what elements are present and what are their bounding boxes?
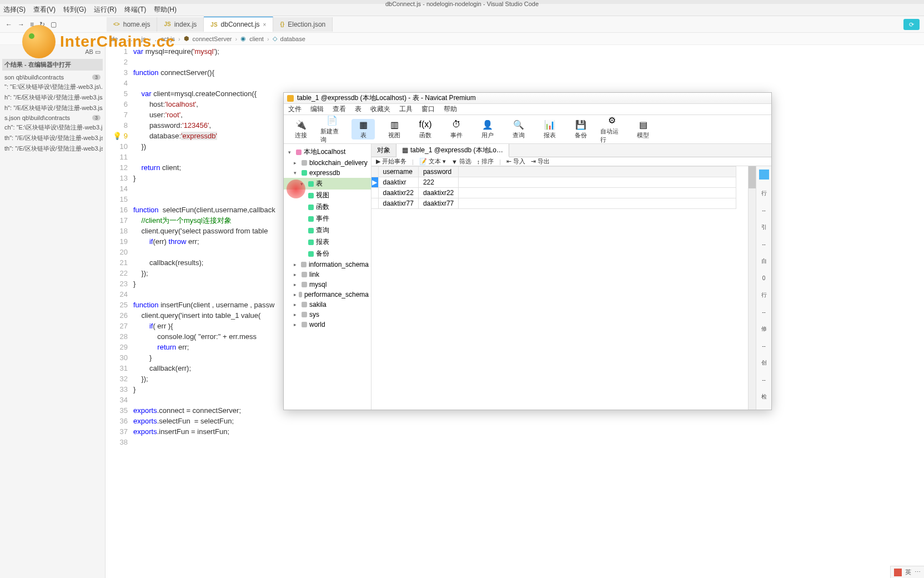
search-result-row[interactable]: h": "/E/区块链毕设/登陆注册-web3.js/… xyxy=(2,92,103,103)
nav-menu-item[interactable]: 表 xyxy=(355,104,361,114)
toolbar-备份[interactable]: 💾备份 xyxy=(569,119,592,139)
cell[interactable]: daaktixr22 xyxy=(378,188,418,198)
data-grid[interactable]: usernamepassword▶daaktixr222daaktixr22da… xyxy=(371,166,756,410)
bc-item[interactable]: database xyxy=(280,36,305,42)
toolbar-函数[interactable]: f(x)函数 xyxy=(414,119,437,139)
nav-menu-item[interactable]: 文件 xyxy=(288,104,302,114)
bc-item[interactable]: … xyxy=(127,36,133,42)
tab-dbconnect[interactable]: JSdbConnect.js× xyxy=(204,17,273,32)
col-password[interactable]: password xyxy=(418,167,458,177)
opt-导出[interactable]: ⇥导出 xyxy=(531,157,550,166)
info-label: 行 xyxy=(761,190,767,197)
json-icon: {} xyxy=(280,21,284,27)
bc-item[interactable]: client xyxy=(249,36,264,42)
toolbar-事件[interactable]: ⏱事件 xyxy=(445,119,468,139)
navicat-tree[interactable]: ▾本地Localhost▸blockchain_delivery▾express… xyxy=(284,144,371,410)
tree-expressdb[interactable]: ▾expressdb xyxy=(284,168,371,178)
bc-item[interactable]: de xyxy=(111,36,118,42)
toolbar-新建查询[interactable]: 📄新建查询 xyxy=(320,115,344,144)
opt-文本 ▾[interactable]: 📝文本 ▾ xyxy=(419,157,446,166)
cell[interactable]: daaktixr77 xyxy=(378,198,418,209)
list-icon[interactable]: ≡ xyxy=(30,21,34,28)
menu-goto[interactable]: 转到(G) xyxy=(63,5,86,14)
search-result-row[interactable]: ch": "E:\区块链毕设\登陆注册-web3.js\… xyxy=(2,122,103,133)
toolbar-连接[interactable]: 🔌连接 xyxy=(289,119,313,139)
bc-item[interactable]: …ect.js xyxy=(154,36,175,42)
navicat-titlebar[interactable]: table_1 @expressdb (本地Localhost) - 表 - N… xyxy=(284,93,771,104)
refresh-icon[interactable]: ↻ xyxy=(39,21,45,28)
opt-筛选[interactable]: ▼筛选 xyxy=(451,157,471,166)
search-result-row[interactable]: ": "E:\区块链毕设\登陆注册-web3.js\… xyxy=(2,82,103,92)
tree-blockchain_delivery[interactable]: ▸blockchain_delivery xyxy=(284,158,371,168)
toolbar-用户[interactable]: 👤用户 xyxy=(476,119,499,139)
bc-item[interactable]: connectServer xyxy=(193,36,232,42)
search-result-row[interactable]: th": "/E/区块链毕设/登陆注册-web3.js/… xyxy=(2,133,103,143)
cell[interactable]: 222 xyxy=(418,177,458,188)
tree-报表[interactable]: 报表 xyxy=(284,236,371,248)
toolbar-报表[interactable]: 📊报表 xyxy=(538,119,561,139)
search-result-row[interactable]: th": "/E/区块链毕设/登陆注册-web3.js/… xyxy=(2,143,103,154)
tree-performance_schema[interactable]: ▸performance_schema xyxy=(284,290,371,300)
tree-函数[interactable]: 函数 xyxy=(284,201,371,213)
cell[interactable]: daaktixr xyxy=(378,177,418,188)
menu-run[interactable]: 运行(R) xyxy=(94,5,117,14)
vertical-scrollbar[interactable] xyxy=(748,166,756,410)
tree-link[interactable]: ▸link xyxy=(284,270,371,280)
bc-item[interactable]: js xyxy=(142,36,146,42)
opt-开始事务[interactable]: ▶开始事务 xyxy=(376,157,406,166)
tree-information_schema[interactable]: ▸information_schema xyxy=(284,260,371,270)
tab-index[interactable]: JSindex.js xyxy=(157,17,204,32)
content-tab[interactable]: ▦table_1 @expressdb (本地Lo… xyxy=(396,144,509,157)
search-result-row[interactable]: son qb\build\contracts3 xyxy=(2,73,103,82)
tree-sakila[interactable]: ▸sakila xyxy=(284,300,371,310)
nav-fwd-icon[interactable]: → xyxy=(18,21,24,28)
navicat-window[interactable]: table_1 @expressdb (本地Localhost) - 表 - N… xyxy=(283,92,772,410)
tree-事件[interactable]: 事件 xyxy=(284,213,371,225)
nav-menu-item[interactable]: 收藏夹 xyxy=(370,104,390,114)
nav-menu-item[interactable]: 帮助 xyxy=(444,104,457,114)
nav-menu-item[interactable]: 编辑 xyxy=(310,104,324,114)
cell[interactable]: daaktixr77 xyxy=(418,198,458,209)
navicat-options: ▶开始事务|📝文本 ▾▼筛选↕排序|⇤导入⇥导出 xyxy=(371,157,771,166)
tree-备份[interactable]: 备份 xyxy=(284,248,371,260)
close-icon[interactable]: × xyxy=(263,22,267,28)
menu-view[interactable]: 查看(V) xyxy=(33,5,56,14)
toolbar-模型[interactable]: ▤模型 xyxy=(631,119,655,139)
cell[interactable]: daaktixr22 xyxy=(418,188,458,198)
save-icon[interactable]: ▢ xyxy=(51,21,57,28)
panel-head-right[interactable]: AB ▭ xyxy=(85,48,101,56)
nav-menu-item[interactable]: 工具 xyxy=(399,104,413,114)
tree-视图[interactable]: 视图 xyxy=(284,190,371,201)
tab-home[interactable]: <>home.ejs xyxy=(107,17,157,32)
content-tab[interactable]: 对象 xyxy=(371,144,396,157)
info-icon[interactable] xyxy=(759,170,769,180)
toolbar-查询[interactable]: 🔍查询 xyxy=(507,119,530,139)
ime-bar[interactable]: 英 ⋯ xyxy=(890,566,924,578)
menu-select[interactable]: 选择(S) xyxy=(3,5,26,14)
col-username[interactable]: username xyxy=(378,167,418,177)
search-result-row[interactable]: h": "/E/区块链毕设/登陆注册-web3.js/… xyxy=(2,103,103,113)
tree-本地Localhost[interactable]: ▾本地Localhost xyxy=(284,146,371,158)
editor-tabs: <>home.ejs JSindex.js JSdbConnect.js× {}… xyxy=(107,17,333,32)
nav-back-icon[interactable]: ← xyxy=(6,21,12,28)
tab-election[interactable]: {}Election.json xyxy=(273,17,333,32)
nav-menu-item[interactable]: 窗口 xyxy=(421,104,435,114)
toolbar-视图[interactable]: ▥视图 xyxy=(383,119,406,139)
menu-terminal[interactable]: 终端(T) xyxy=(124,5,146,14)
vscode-titlebar: dbConnect.js - nodelogin-nodelogin - Vis… xyxy=(0,0,924,4)
tree-sys[interactable]: ▸sys xyxy=(284,310,371,320)
tree-表[interactable]: ▾表 xyxy=(284,178,371,190)
sync-button[interactable]: ⟳ xyxy=(903,19,920,30)
tree-查询[interactable]: 查询 xyxy=(284,225,371,236)
tree-world[interactable]: ▸world xyxy=(284,320,371,330)
opt-排序[interactable]: ↕排序 xyxy=(477,157,494,166)
toolbar-表[interactable]: ▦表 xyxy=(351,119,375,139)
menu-help[interactable]: 帮助(H) xyxy=(154,5,177,14)
toolbar-自动运行[interactable]: ⚙自动运行 xyxy=(600,115,624,144)
ime-more-icon[interactable]: ⋯ xyxy=(915,569,921,576)
nav-menu-item[interactable]: 查看 xyxy=(333,104,346,114)
tree-mysql[interactable]: ▸mysql xyxy=(284,280,371,290)
ime-lang[interactable]: 英 xyxy=(905,568,911,576)
search-result-row[interactable]: s.json qb\build\contracts3 xyxy=(2,113,103,122)
opt-导入[interactable]: ⇤导入 xyxy=(506,157,525,166)
